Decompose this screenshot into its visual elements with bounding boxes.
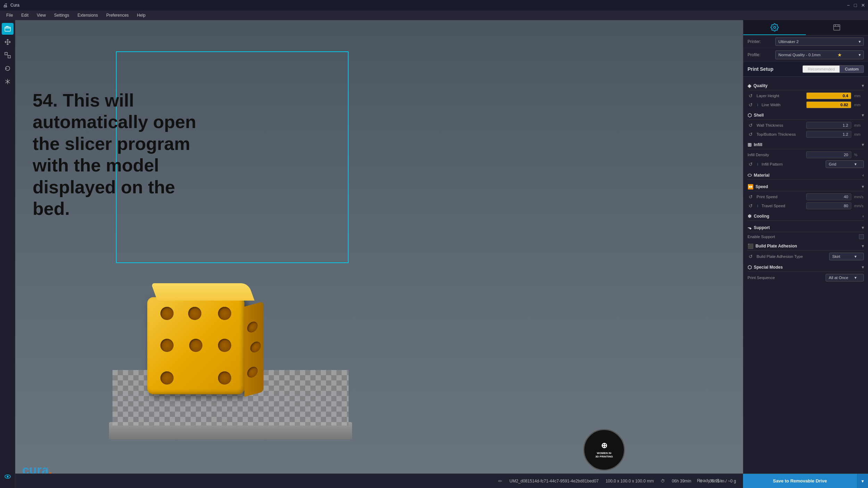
menu-edit[interactable]: Edit bbox=[18, 12, 32, 19]
custom-btn[interactable]: Custom bbox=[840, 65, 864, 73]
layer-height-value[interactable]: 0.4 bbox=[806, 92, 851, 99]
travel-speed-info[interactable]: i bbox=[757, 204, 759, 208]
infill-pattern-reset[interactable]: ↺ bbox=[748, 161, 754, 167]
build-plate-type-dropdown[interactable]: Skirt ▾ bbox=[829, 253, 864, 260]
layer-height-reset[interactable]: ↺ bbox=[748, 93, 754, 99]
travel-speed-value[interactable]: 80 bbox=[806, 202, 851, 209]
print-speed-value[interactable]: 40 bbox=[806, 193, 851, 200]
shell-title: Shell bbox=[754, 113, 764, 118]
save-btn-area: Save to Removable Drive ▾ bbox=[743, 473, 868, 488]
print-speed-reset[interactable]: ↺ bbox=[748, 194, 754, 200]
close-button[interactable]: ✕ bbox=[861, 2, 865, 8]
top-bottom-row: ↺ Top/Bottom Thickness 1.2 mm bbox=[748, 131, 864, 138]
shell-section-header[interactable]: ⬡ Shell ▾ bbox=[748, 110, 864, 120]
infill-density-value[interactable]: 20 bbox=[806, 151, 851, 158]
travel-speed-reset[interactable]: ↺ bbox=[748, 203, 754, 209]
quality-collapse-icon: ▾ bbox=[862, 83, 864, 88]
material-tab[interactable] bbox=[806, 20, 868, 35]
menu-help[interactable]: Help bbox=[134, 12, 149, 19]
layer-height-row: ↺ Layer Height 0.4 mm bbox=[748, 92, 864, 99]
printer-dropdown[interactable]: Ultimaker 2 ▾ bbox=[775, 37, 864, 46]
print-settings-tab[interactable] bbox=[743, 20, 806, 35]
rotate-tool[interactable] bbox=[2, 62, 14, 74]
menu-preferences[interactable]: Preferences bbox=[103, 12, 132, 19]
window-controls: − □ ✕ bbox=[847, 2, 865, 8]
enable-support-checkbox[interactable] bbox=[859, 234, 864, 239]
infill-pattern-info[interactable]: i bbox=[757, 162, 759, 166]
move-tool[interactable] bbox=[2, 36, 14, 48]
svg-rect-0 bbox=[5, 27, 10, 31]
support-section-header[interactable]: ⬎ Support ▾ bbox=[748, 223, 864, 232]
build-plate-icon: ⬛ bbox=[748, 243, 753, 249]
special-modes-collapse-icon: ▾ bbox=[862, 265, 864, 270]
enable-support-row: Enable Support bbox=[748, 234, 864, 239]
build-plate-type-value: Skirt bbox=[832, 254, 840, 259]
visibility-tool[interactable] bbox=[2, 471, 14, 482]
menu-extensions[interactable]: Extensions bbox=[74, 12, 101, 19]
print-sequence-label: Print Sequence bbox=[748, 276, 823, 280]
infill-pattern-row: ↺ i Infill Pattern Grid ▾ bbox=[748, 160, 864, 168]
wall-thickness-row: ↺ Wall Thickness 1.2 mm bbox=[748, 122, 864, 129]
wi3dp-text: WOMEN IN3D PRINTING bbox=[595, 452, 613, 459]
infill-icon: ⊞ bbox=[748, 142, 752, 148]
3d-model-dice bbox=[147, 297, 244, 394]
shell-icon: ⬡ bbox=[748, 112, 752, 118]
infill-pattern-value: Grid bbox=[829, 162, 836, 166]
open-file-tool[interactable] bbox=[2, 23, 14, 35]
print-sequence-row: Print Sequence All at Once ▾ bbox=[748, 274, 864, 281]
shell-collapse-icon: ▾ bbox=[862, 113, 864, 118]
special-modes-section-header[interactable]: ⬡ Special Modes ▾ bbox=[748, 262, 864, 272]
top-bottom-reset[interactable]: ↺ bbox=[748, 132, 754, 137]
speed-icon: ⏩ bbox=[748, 184, 753, 190]
star-icon: ★ bbox=[837, 52, 842, 58]
layer-height-unit: mm bbox=[854, 94, 864, 98]
wall-thickness-value[interactable]: 1.2 bbox=[806, 122, 851, 129]
recommended-btn[interactable]: Recommended bbox=[802, 65, 840, 73]
menu-file[interactable]: File bbox=[3, 12, 16, 19]
cooling-icon: ❄ bbox=[748, 213, 752, 219]
build-plate-reset[interactable]: ↺ bbox=[748, 254, 754, 259]
build-plate-section-header[interactable]: ⬛ Build Plate Adhesion ▾ bbox=[748, 241, 864, 251]
line-width-info[interactable]: i bbox=[757, 103, 759, 107]
material-section-header[interactable]: ⬭ Material ‹ bbox=[748, 170, 864, 180]
profile-dropdown[interactable]: Normal Quality - 0.1mm ★ ▾ bbox=[775, 50, 864, 59]
print-speed-label: Print Speed bbox=[757, 195, 803, 199]
instruction-content: 54. This will automatically open the sli… bbox=[33, 90, 196, 219]
scale-tool[interactable] bbox=[2, 49, 14, 61]
save-button[interactable]: Save to Removable Drive bbox=[743, 474, 857, 488]
infill-section-header[interactable]: ⊞ Infill ▾ bbox=[748, 140, 864, 149]
file-name: UM2_d081514d-fc71-44c7-9591-4e2bd81bed07 bbox=[509, 479, 599, 483]
special-modes-fields: Print Sequence All at Once ▾ bbox=[748, 274, 864, 281]
chevron-down-pattern: ▾ bbox=[854, 162, 857, 167]
dot-3 bbox=[218, 307, 231, 320]
minimize-button[interactable]: − bbox=[847, 2, 850, 8]
build-plate-collapse-icon: ▾ bbox=[862, 244, 864, 249]
profile-label: Profile: bbox=[748, 52, 775, 57]
material-title: Material bbox=[754, 173, 769, 178]
line-width-value[interactable]: 0.82 bbox=[806, 101, 851, 108]
viewport[interactable]: 54. This will automatically open the sli… bbox=[15, 20, 743, 488]
quality-section-header[interactable]: ◈ Quality ▾ bbox=[748, 81, 864, 90]
chevron-down-icon: ▾ bbox=[859, 39, 861, 44]
cooling-section-header[interactable]: ❄ Cooling ‹ bbox=[748, 211, 864, 221]
speed-section-header[interactable]: ⏩ Speed ▾ bbox=[748, 182, 864, 191]
maximize-button[interactable]: □ bbox=[854, 2, 857, 8]
line-width-reset[interactable]: ↺ bbox=[748, 102, 754, 108]
mirror-tool[interactable] bbox=[2, 76, 14, 87]
save-dropdown-button[interactable]: ▾ bbox=[857, 474, 868, 488]
dot-5 bbox=[218, 339, 231, 352]
support-fields: Enable Support bbox=[748, 234, 864, 239]
dot-4 bbox=[160, 339, 174, 352]
profile-row: Profile: Normal Quality - 0.1mm ★ ▾ bbox=[743, 48, 868, 62]
line-width-row: ↺ i Line Width 0.82 mm bbox=[748, 101, 864, 108]
menu-settings[interactable]: Settings bbox=[51, 12, 73, 19]
infill-density-unit: % bbox=[854, 153, 864, 157]
print-sequence-dropdown[interactable]: All at Once ▾ bbox=[826, 274, 864, 281]
wall-thickness-reset[interactable]: ↺ bbox=[748, 123, 754, 128]
printer-row: Printer: Ultimaker 2 ▾ bbox=[743, 35, 868, 48]
top-bottom-value[interactable]: 1.2 bbox=[806, 131, 851, 138]
titlebar: 🖨 Cura − □ ✕ bbox=[0, 0, 868, 10]
menu-view[interactable]: View bbox=[33, 12, 49, 19]
infill-pattern-dropdown[interactable]: Grid ▾ bbox=[826, 160, 864, 168]
support-icon: ⬎ bbox=[748, 225, 752, 230]
